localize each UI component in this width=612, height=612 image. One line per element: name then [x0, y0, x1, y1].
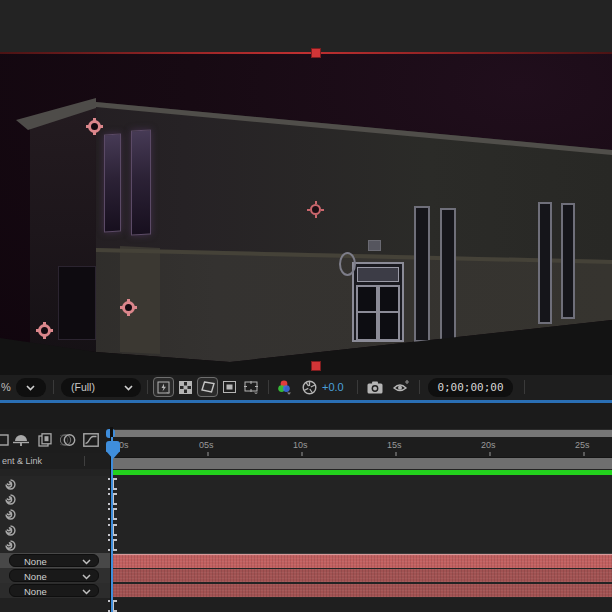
parent-dropdown[interactable]: None: [9, 584, 99, 597]
shy-layers-icon[interactable]: [13, 433, 29, 447]
layer-row-controls: [0, 491, 110, 507]
layer-row-controls: None: [0, 568, 110, 584]
chevron-down-icon: [82, 589, 91, 595]
layer-track: [113, 583, 612, 599]
mask-shape-icon: [201, 381, 215, 393]
tall-window: [440, 208, 456, 342]
exposure-aperture-icon: [302, 380, 317, 395]
green-layer-bar[interactable]: [113, 470, 612, 475]
timecode-field[interactable]: 0;00;00;00: [428, 378, 513, 397]
tall-window: [561, 203, 575, 319]
building-left-door: [58, 266, 96, 340]
mask-visibility-button[interactable]: [197, 377, 218, 397]
resolution-dropdown[interactable]: (Full): [61, 378, 141, 397]
show-snapshot-eye-icon: [393, 380, 410, 394]
effect-center-point[interactable]: [310, 204, 321, 215]
fast-previews-icon: [157, 381, 170, 394]
camera-icon: [367, 381, 383, 394]
layer-row-controls: None: [0, 583, 110, 599]
corner-pin-point[interactable]: [88, 120, 101, 133]
layer-track: [113, 537, 612, 554]
cable-loop: [339, 252, 356, 276]
layer-row-controls: [0, 506, 110, 523]
ruler-label: 10s: [293, 440, 308, 450]
chevron-down-icon: [82, 574, 91, 580]
region-of-interest-icon: [223, 381, 236, 393]
pick-whip-icon[interactable]: [4, 493, 17, 506]
parent-dropdown[interactable]: None: [9, 554, 99, 567]
transparency-grid-icon: [179, 381, 192, 394]
chevron-down-icon: [26, 385, 35, 391]
red-layer-bar[interactable]: [113, 569, 612, 582]
layer-track: [113, 568, 612, 584]
time-ruler[interactable]: 00s 05s 10s 15s 20s 25s: [113, 437, 612, 458]
grid-guide-options-icon: [244, 381, 259, 394]
magnification-label: %: [1, 381, 11, 393]
graph-editor-icon[interactable]: [83, 433, 99, 447]
layer-track: [113, 491, 612, 507]
pick-whip-icon[interactable]: [4, 524, 17, 537]
layer-track: [113, 522, 612, 538]
tall-window: [538, 202, 552, 324]
layer-row-controls-selected: None: [0, 553, 110, 569]
red-layer-bar-selected[interactable]: [113, 554, 612, 568]
pick-whip-icon[interactable]: [4, 539, 17, 552]
exposure-value[interactable]: +0.0: [322, 381, 344, 393]
playhead-line[interactable]: [111, 437, 113, 612]
door-leaf: [378, 285, 400, 341]
chevron-down-icon: [82, 559, 91, 565]
layer-row-controls: [0, 476, 110, 492]
motion-blur-icon[interactable]: [60, 433, 76, 447]
channel-settings-button[interactable]: [274, 377, 295, 397]
parent-dropdown[interactable]: None: [9, 569, 99, 582]
door-transom: [357, 267, 399, 282]
ruler-label: 20s: [481, 440, 496, 450]
frame-blending-icon[interactable]: [38, 433, 53, 447]
tall-window: [414, 206, 430, 342]
resolution-label: (Full): [71, 381, 95, 393]
after-effects-window: % (Full) +0.0: [0, 0, 612, 612]
show-snapshot-button[interactable]: [391, 377, 412, 397]
layer-row-controls: [0, 537, 110, 554]
columns-header: ent & Link: [0, 453, 110, 470]
fast-previews-button[interactable]: [153, 377, 174, 397]
red-layer-bar[interactable]: [113, 584, 612, 597]
building-double-door: [352, 262, 404, 342]
timeline-panel: 00s 05s 10s 15s 20s 25s ent & Link: [0, 403, 612, 612]
viewer-pasteboard: [0, 0, 612, 52]
pick-whip-icon[interactable]: [4, 478, 17, 491]
wall-sign: [368, 240, 381, 251]
pick-whip-icon[interactable]: [4, 508, 17, 521]
ruler-label: 05s: [199, 440, 214, 450]
corner-pin-point[interactable]: [122, 301, 135, 314]
playhead-point[interactable]: [106, 451, 120, 459]
layer-row-controls: [0, 522, 110, 538]
glowing-window: [131, 129, 151, 235]
layer-track: [113, 476, 612, 492]
viewer-toolbar: % (Full) +0.0: [0, 375, 612, 400]
grid-guide-options-button[interactable]: [241, 377, 262, 397]
door-leaf: [356, 285, 378, 341]
composition-canvas[interactable]: [0, 54, 612, 375]
selection-bottom-handle[interactable]: [311, 361, 321, 371]
ruler-label: 15s: [387, 440, 402, 450]
magnification-dropdown[interactable]: [16, 378, 46, 397]
selection-top-handle[interactable]: [311, 48, 321, 58]
chevron-down-icon: [124, 385, 133, 391]
ruler-label: 25s: [575, 440, 590, 450]
layer-track: [113, 598, 612, 612]
layer-track: [113, 506, 612, 523]
layer-track-selected: [113, 553, 612, 569]
draft-3d-icon[interactable]: [0, 433, 9, 447]
take-snapshot-button[interactable]: [364, 377, 385, 397]
parent-link-column-header: ent & Link: [2, 456, 42, 466]
region-of-interest-button[interactable]: [219, 377, 240, 397]
glowing-window: [104, 134, 121, 233]
transparency-grid-button[interactable]: [175, 377, 196, 397]
reset-exposure-button[interactable]: [299, 377, 320, 397]
corner-pin-point[interactable]: [38, 324, 51, 337]
rgb-channels-icon: [277, 380, 293, 395]
